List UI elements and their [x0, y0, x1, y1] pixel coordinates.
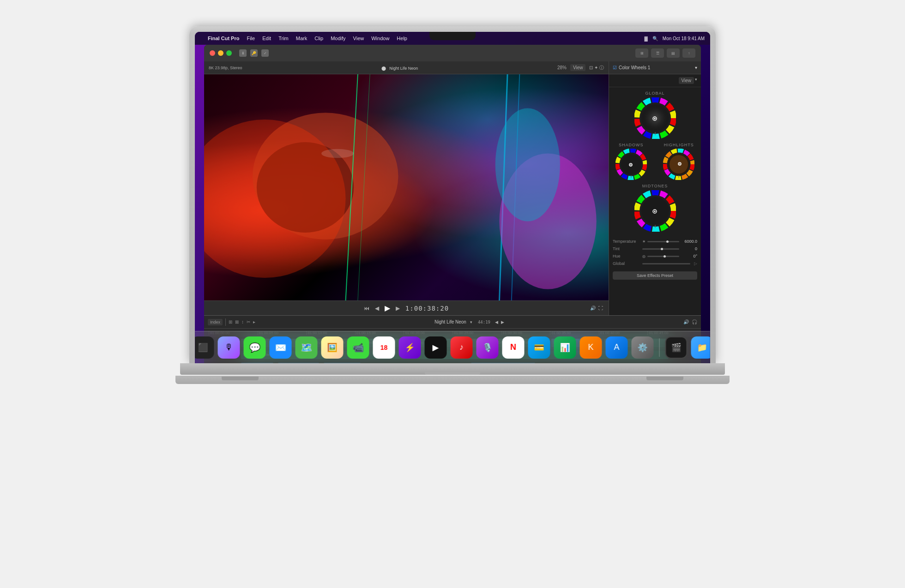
fullscreen-icon[interactable]: ⛶	[598, 306, 603, 311]
global-color-wheel[interactable]	[634, 97, 676, 139]
tint-row: Tint 0	[613, 246, 697, 251]
hue-slider[interactable]	[647, 256, 679, 257]
color-wheels-title[interactable]: Color Wheels 1	[619, 65, 650, 70]
tl-tool-3[interactable]: ↕	[241, 319, 244, 324]
mark-menu[interactable]: Mark	[296, 36, 307, 41]
color-checkbox[interactable]: ☑	[613, 65, 617, 70]
modify-menu[interactable]: Modify	[331, 36, 345, 41]
import-icon[interactable]: ⬇	[239, 49, 247, 57]
hue-icon: ◎	[642, 254, 646, 258]
fcp-window: ⬇ 🔑 ✓ ⊞ ☰ ▤ ↑	[204, 45, 701, 363]
color-panel-header: ☑ Color Wheels 1 ▾	[609, 61, 701, 74]
list-view-btn[interactable]: ☰	[651, 48, 664, 58]
dock-appstore[interactable]: A	[606, 336, 628, 359]
tl-nav-back[interactable]: ◀	[495, 320, 498, 324]
highlights-color-wheel[interactable]	[663, 149, 694, 180]
global-slider[interactable]	[642, 263, 690, 264]
dock-launchpad[interactable]: ⬛	[195, 336, 214, 359]
temperature-slider[interactable]	[647, 241, 679, 242]
edit-menu[interactable]: Edit	[262, 36, 271, 41]
dock-keynote[interactable]: K	[580, 336, 602, 359]
app-name-menu[interactable]: Final Cut Pro	[208, 36, 239, 41]
search-icon[interactable]: 🔍	[652, 36, 658, 41]
tl-tool-5[interactable]: ▸	[253, 319, 255, 324]
trim-menu[interactable]: Trim	[278, 36, 289, 41]
expand-icon[interactable]: ▾	[695, 65, 697, 70]
dock-photos[interactable]: 🖼️	[321, 336, 344, 359]
hue-value: 0°	[681, 254, 697, 258]
tl-tool-2[interactable]: ⊠	[235, 319, 239, 324]
dock-shortcuts[interactable]: ⚡	[399, 336, 421, 359]
check-icon[interactable]: ✓	[261, 49, 269, 57]
dock-maps[interactable]: 🗺️	[296, 336, 318, 359]
play-icon[interactable]: ▶	[385, 304, 390, 312]
step-forward-icon[interactable]: ▶	[396, 305, 400, 312]
midtones-label: MIDTONES	[642, 184, 668, 188]
dock-music[interactable]: ♪	[451, 336, 473, 359]
tl-dropdown-icon[interactable]: ▾	[470, 320, 472, 324]
fcp-content-area: 8K 23.98p, Stereo ⬤ Night Life Neon 28% …	[204, 61, 701, 363]
keyword-icon[interactable]: 🔑	[250, 49, 258, 57]
dock-folder[interactable]: 📁	[691, 336, 711, 359]
midtones-color-wheel[interactable]	[634, 190, 676, 232]
svg-point-20	[654, 118, 656, 120]
view-dropdown[interactable]: View	[570, 64, 586, 71]
help-menu[interactable]: Help	[397, 36, 407, 41]
viewer-controls-right: 28% View ⊡ ✦ ⓘ	[557, 64, 604, 71]
laptop-base	[175, 376, 730, 384]
minimize-button[interactable]	[218, 50, 223, 56]
timeline-toolbar: Index ⊞ ⊠ ↕ ✂ ▸ Night Life Neon ▾ 44:1	[204, 316, 701, 329]
color-view-chevron[interactable]: ▾	[695, 77, 697, 84]
window-menu[interactable]: Window	[371, 36, 389, 41]
file-menu[interactable]: File	[247, 36, 255, 41]
svg-point-7	[495, 108, 560, 222]
tl-tool-4[interactable]: ✂	[247, 319, 250, 324]
clock-time: Mon Oct 18 9:41 AM	[663, 36, 705, 41]
save-effects-preset-button[interactable]: Save Effects Preset	[613, 271, 697, 280]
tl-headphone-icon[interactable]: 🎧	[692, 319, 697, 324]
audio-icon[interactable]: 🔊	[590, 306, 596, 311]
global-expand-icon[interactable]: ▷	[694, 261, 697, 266]
play-to-start-icon[interactable]: ⏮	[364, 305, 369, 312]
clip-menu[interactable]: Clip	[314, 36, 323, 41]
dock-podcasts[interactable]: 🎙️	[477, 336, 499, 359]
close-button[interactable]	[210, 50, 215, 56]
maximize-button[interactable]	[226, 50, 232, 56]
color-view-btn[interactable]: View	[679, 77, 694, 84]
view-menu[interactable]: View	[353, 36, 364, 41]
filmstrip-btn[interactable]: ▤	[667, 48, 680, 58]
dock-calendar[interactable]: 18	[373, 336, 395, 359]
tl-tool-1[interactable]: ⊞	[229, 319, 232, 324]
tint-slider[interactable]	[642, 248, 679, 250]
dock-wallet[interactable]: 💳	[528, 336, 550, 359]
dock-messages[interactable]: 💬	[244, 336, 266, 359]
dock-facetime[interactable]: 📹	[347, 336, 369, 359]
dock-numbers[interactable]: 📊	[554, 336, 576, 359]
menu-bar-left: Final Cut Pro File Edit Trim Mark Clip M…	[200, 36, 645, 41]
video-frame	[204, 74, 609, 300]
dock-mail[interactable]: ✉️	[270, 336, 292, 359]
video-content	[204, 74, 609, 300]
grid-view-btn[interactable]: ⊞	[635, 48, 648, 58]
index-button[interactable]: Index	[208, 319, 223, 325]
dock-siri[interactable]: 🎙	[218, 336, 240, 359]
dock-appletv[interactable]: ▶	[425, 336, 447, 359]
timeline-project-name: Night Life Neon	[434, 319, 466, 324]
video-overlay-svg	[204, 74, 609, 300]
temperature-row: Temperature ☀ 6000.0	[613, 239, 697, 244]
shadows-wheel-item: SHADOWS	[615, 143, 647, 180]
fcp-upper: 8K 23.98p, Stereo ⬤ Night Life Neon 28% …	[204, 61, 701, 315]
share-btn[interactable]: ↑	[682, 48, 695, 58]
laptop-bottom-chassis	[180, 363, 725, 375]
dock-systemprefs[interactable]: ⚙️	[632, 336, 654, 359]
dock-news[interactable]: N	[502, 336, 525, 359]
svg-point-41	[679, 163, 681, 165]
color-panel-view: View ▾	[609, 74, 701, 87]
dock-finalcutpro[interactable]: 🎬	[665, 336, 688, 359]
view-options-icons: ⊡ ✦ ⓘ	[589, 65, 604, 71]
macos-screen: Final Cut Pro File Edit Trim Mark Clip M…	[195, 32, 710, 363]
shadows-color-wheel[interactable]	[615, 149, 647, 180]
tl-audio-icon[interactable]: 🔊	[683, 319, 689, 324]
step-back-icon[interactable]: ◀	[375, 305, 379, 312]
tl-nav-fwd[interactable]: ▶	[501, 320, 504, 324]
